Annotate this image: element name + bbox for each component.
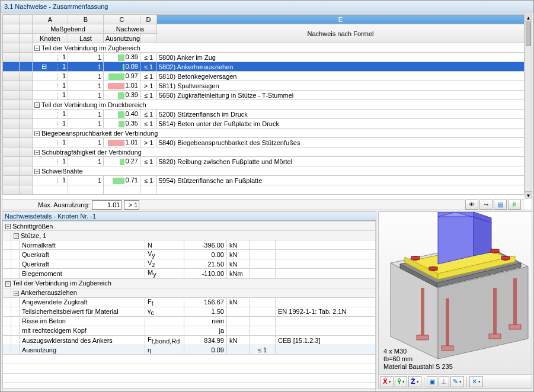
svg-rect-15 — [429, 267, 437, 270]
svg-rect-19 — [501, 256, 510, 259]
details-group-row[interactable]: −Ankerherausziehen — [3, 288, 376, 297]
export-button[interactable]: ⎘ — [508, 200, 521, 210]
header-row-groups: Maßgebend Nachweis Nachweis nach Formel — [3, 24, 525, 34]
svg-marker-10 — [474, 212, 491, 256]
grid-vscroll[interactable]: ▲ ▼ — [525, 14, 532, 199]
collapse-icon[interactable]: − — [34, 131, 40, 136]
table-row[interactable]: 110.97≤ 15810) Betonkegelversagen — [3, 72, 525, 81]
collapse-icon[interactable]: − — [34, 46, 40, 51]
details-group-row[interactable]: −Schnittgrößen — [3, 221, 376, 231]
window-title-bar: 3.1 Nachweise - Zusammenfassung — [1, 1, 533, 12]
details-row: BiegemomentMy-110.00kNm — [3, 269, 376, 278]
svg-rect-24 — [417, 335, 429, 340]
viewer-line2: tb=60 mm — [383, 355, 453, 363]
viewer-line1: 4 x M30 — [383, 348, 453, 355]
view-tool-button[interactable]: ✎▾ — [450, 376, 464, 387]
table-row[interactable]: 110.71≤ 15954) Stützenflansche an Fußpla… — [3, 176, 525, 185]
scroll-thumb[interactable] — [526, 23, 531, 46]
max-usage-label: Max. Ausnutzung: — [38, 201, 89, 208]
max-usage-value[interactable] — [92, 200, 121, 210]
svg-rect-13 — [411, 256, 420, 259]
group-row[interactable]: −Teil der Verbindung im Zugbereich — [3, 43, 525, 53]
details-title: Nachweisdetails - Knoten Nr. -1 — [2, 212, 376, 221]
table-row[interactable]: 110.35≤ 15814) Beton unter der Fußplatte… — [3, 119, 525, 128]
details-row — [3, 383, 376, 392]
baseplate-3d-icon — [379, 212, 532, 364]
grid-toolbar: 👁 ⤳ ▤ ⎘ — [464, 199, 522, 210]
details-row — [3, 364, 376, 374]
group-row[interactable]: −Schweißnähte — [3, 166, 525, 176]
table-row — [3, 185, 525, 195]
header-row-letters: AB CD E — [3, 15, 525, 24]
svg-rect-26 — [489, 334, 501, 339]
details-group-row[interactable]: −Teil der Verbindung im Zugbereich — [3, 278, 376, 288]
details-row: Ausnutzungη0.09≤ 1 — [3, 345, 376, 355]
viewer-toolbar: X̂▾ Ŷ▾ Ẑ▾ ▣ ⊥ ✎▾ ✕▾ — [379, 374, 532, 388]
details-group-row[interactable]: −Stütze, 1 — [3, 231, 376, 240]
group-row[interactable]: −Biegebeanspruchbarkeit der Verbindung — [3, 128, 525, 138]
table-row[interactable]: 111.01> 15811) Spaltversagen — [3, 81, 525, 91]
view-iso-button[interactable]: ▣ — [427, 376, 437, 387]
collapse-icon[interactable]: − — [14, 291, 19, 296]
scroll-up-icon[interactable]: ▲ — [525, 14, 532, 22]
table-row[interactable]: ⊟110.09≤ 15802) Ankerherausziehen — [3, 62, 525, 72]
viewer-info: 4 x M30 tb=60 mm Material Baustahl S 235 — [381, 346, 455, 372]
table-row[interactable]: 110.40≤ 15200) Stützenflansch im Druck — [3, 110, 525, 119]
details-row — [3, 355, 376, 364]
details-row: Angewendete ZugkraftFt156.67kN — [3, 297, 376, 307]
collapse-icon[interactable]: − — [5, 224, 11, 229]
table-row[interactable]: 110.39≤ 15650) Zugkrafteinleitung in Stü… — [3, 91, 525, 100]
collapse-icon[interactable]: − — [34, 169, 40, 174]
svg-marker-9 — [438, 212, 474, 264]
window-title: 3.1 Nachweise - Zusammenfassung — [4, 3, 108, 10]
max-usage-cmp[interactable] — [124, 200, 139, 210]
details-row — [3, 374, 376, 383]
details-row: Risse im Betonnein — [3, 316, 376, 326]
collapse-icon[interactable]: − — [5, 281, 11, 287]
details-table[interactable]: −Schnittgrößen−Stütze, 1NormalkraftN-396… — [2, 221, 376, 392]
max-usage-row: Max. Ausnutzung: — [2, 200, 139, 210]
group-row[interactable]: −Teil der Verbindung im Druckbereich — [3, 100, 525, 110]
group-row[interactable]: −Schubtragfähigkeit der Verbindung — [3, 147, 525, 157]
viewer-panel: 4 x M30 tb=60 mm Material Baustahl S 235… — [378, 211, 532, 389]
view-print-button[interactable]: ✕▾ — [469, 376, 483, 387]
collapse-icon[interactable]: − — [34, 102, 40, 108]
viewer-3d[interactable]: 4 x M30 tb=60 mm Material Baustahl S 235 — [379, 212, 532, 374]
scroll-down-icon[interactable]: ▼ — [525, 191, 532, 199]
details-panel: Nachweisdetails - Knoten Nr. -1 −Schnitt… — [2, 211, 376, 389]
details-row: QuerkraftVz21.50kN — [3, 259, 376, 269]
details-row: Auszugswiderstand des AnkersFt,bond,Rd83… — [3, 335, 376, 345]
table-row[interactable]: 110.39≤ 15800) Anker im Zug — [3, 53, 525, 62]
collapse-icon[interactable]: − — [34, 150, 40, 155]
collapse-icon[interactable]: − — [14, 233, 19, 239]
view-lock-button[interactable]: ⊥ — [439, 376, 449, 387]
viewer-line3: Material Baustahl S 235 — [383, 363, 453, 371]
view-z-button[interactable]: Ẑ▾ — [408, 376, 421, 387]
table-row[interactable]: 110.27≤ 15820) Reibung zwischen Fußplatt… — [3, 157, 525, 166]
results-grid-panel: AB CD E Maßgebend Nachweis Nachweis nach… — [2, 14, 532, 210]
details-row: Teilsicherheitsbeiwert für Materialγc1.5… — [3, 307, 376, 316]
details-row: QuerkraftVy0.00kN — [3, 250, 376, 259]
view-y-button[interactable]: Ŷ▾ — [395, 376, 407, 387]
details-row: NormalkraftN-396.00kN — [3, 240, 376, 250]
svg-rect-27 — [509, 324, 521, 329]
svg-rect-17 — [491, 249, 499, 252]
filter-button[interactable]: ▤ — [494, 200, 507, 210]
results-table[interactable]: AB CD E Maßgebend Nachweis Nachweis nach… — [2, 14, 525, 195]
view-button[interactable]: 👁 — [465, 200, 478, 210]
details-row: mit rechteckigem Kopfja — [3, 326, 376, 335]
view-x-button[interactable]: X̂▾ — [380, 376, 394, 387]
goto-button[interactable]: ⤳ — [479, 200, 493, 210]
table-row[interactable]: 111.01> 15840) Biegebeanspruchbarkeit de… — [3, 138, 525, 147]
